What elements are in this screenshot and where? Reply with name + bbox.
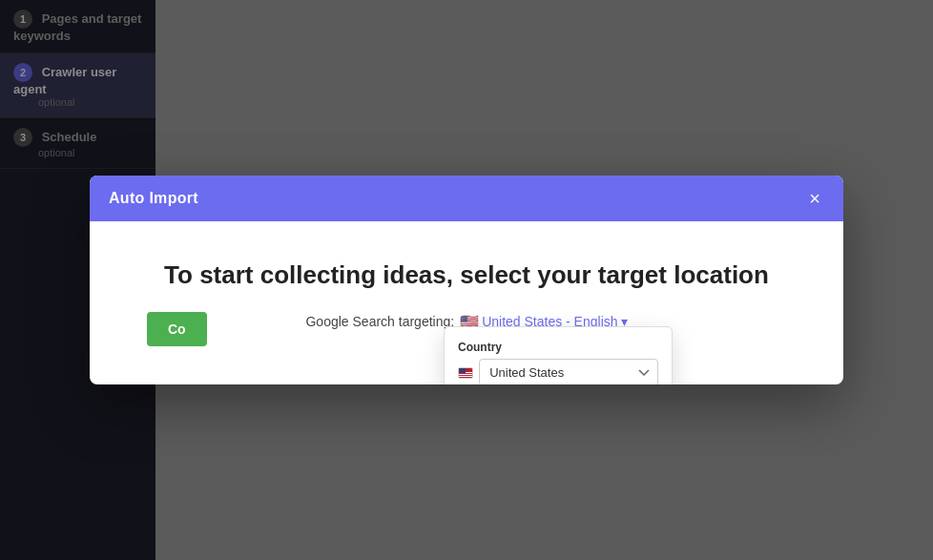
country-select[interactable]: United States [479, 359, 658, 384]
auto-import-modal: Auto Import × To start collecting ideas,… [90, 176, 843, 384]
modal-overlay: Auto Import × To start collecting ideas,… [0, 0, 933, 560]
country-label: Country [458, 341, 658, 354]
targeting-label: Google Search targeting: [305, 314, 454, 329]
modal-header: Auto Import × [90, 176, 843, 221]
country-flag-icon [458, 367, 473, 379]
modal-heading: To start collecting ideas, select your t… [147, 259, 786, 292]
modal-close-button[interactable]: × [805, 189, 824, 208]
modal-title: Auto Import [109, 190, 198, 207]
modal-body: To start collecting ideas, select your t… [90, 221, 843, 384]
country-group: Country United States [458, 341, 658, 384]
continue-button[interactable]: Co [147, 312, 207, 346]
targeting-dropdown-popup: Country United States Regions California [444, 326, 673, 384]
